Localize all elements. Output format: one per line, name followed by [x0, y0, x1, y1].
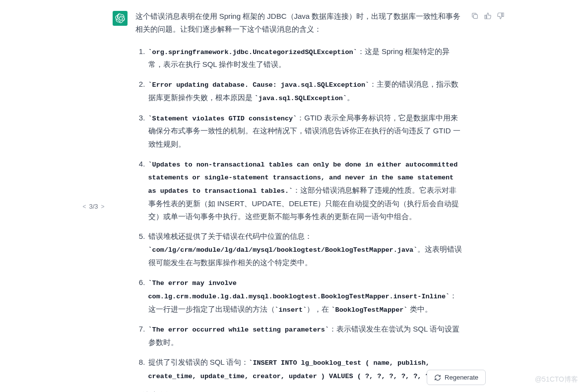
prev-button[interactable]: <	[82, 202, 86, 212]
closing-text: 解决这个问题：	[135, 389, 463, 392]
message-actions	[471, 10, 516, 392]
code-snippet: `BooklogTestMapper`	[331, 306, 408, 314]
list-item: 错误堆栈还提供了关于错误在代码中位置的信息： `com/lg/crm/modul…	[147, 230, 463, 269]
assistant-avatar	[113, 11, 128, 26]
next-button[interactable]: >	[101, 202, 104, 212]
code-snippet: `org.springframework.jdbc.UncategorizedS…	[148, 49, 357, 56]
intro-text: 这个错误消息表明在使用 Spring 框架的 JDBC（Java 数据库连接）时…	[135, 10, 463, 36]
page-counter: 3/3	[89, 201, 98, 213]
code-snippet: `com/lg/crm/module/lg/dal/mysql/booklogt…	[148, 246, 418, 254]
code-snippet: `insert`	[275, 306, 307, 314]
regenerate-label: Regenerate	[445, 374, 478, 381]
thumbs-up-icon[interactable]	[484, 12, 492, 20]
code-snippet: `The error may involve com.lg.crm.module…	[148, 280, 450, 300]
code-snippet: `The error occurred while setting parame…	[148, 326, 329, 334]
list-item: `Error updating database. Cause: java.sq…	[147, 78, 463, 104]
regenerate-button[interactable]: Regenerate	[427, 370, 486, 385]
thumbs-down-icon[interactable]	[497, 12, 505, 20]
list-item: `Statement violates GTID consistency`：GT…	[147, 112, 463, 151]
svg-rect-0	[473, 14, 477, 18]
assistant-message: 这个错误消息表明在使用 Spring 框架的 JDBC（Java 数据库连接）时…	[135, 10, 463, 392]
list-item: `The error may involve com.lg.crm.module…	[147, 276, 463, 316]
list-item: `org.springframework.jdbc.UncategorizedS…	[147, 45, 463, 71]
code-snippet: `Statement violates GTID consistency`	[148, 115, 297, 122]
list-item: `Updates to non-transactional tables can…	[147, 158, 463, 223]
openai-logo-icon	[115, 13, 125, 23]
list-item: 提供了引发错误的 SQL 语句：`INSERT INTO lg_booklog_…	[147, 356, 463, 382]
explanation-list: `org.springframework.jdbc.UncategorizedS…	[135, 45, 463, 383]
refresh-icon	[434, 374, 441, 381]
copy-icon[interactable]	[471, 12, 479, 20]
list-item: `The error occurred while setting parame…	[147, 323, 463, 349]
response-pager: < 3/3 >	[82, 12, 104, 392]
code-snippet: `Error updating database. Cause: java.sq…	[148, 81, 370, 89]
watermark: @51CTO博客	[535, 373, 578, 386]
code-snippet: `java.sql.SQLException`	[255, 95, 347, 102]
